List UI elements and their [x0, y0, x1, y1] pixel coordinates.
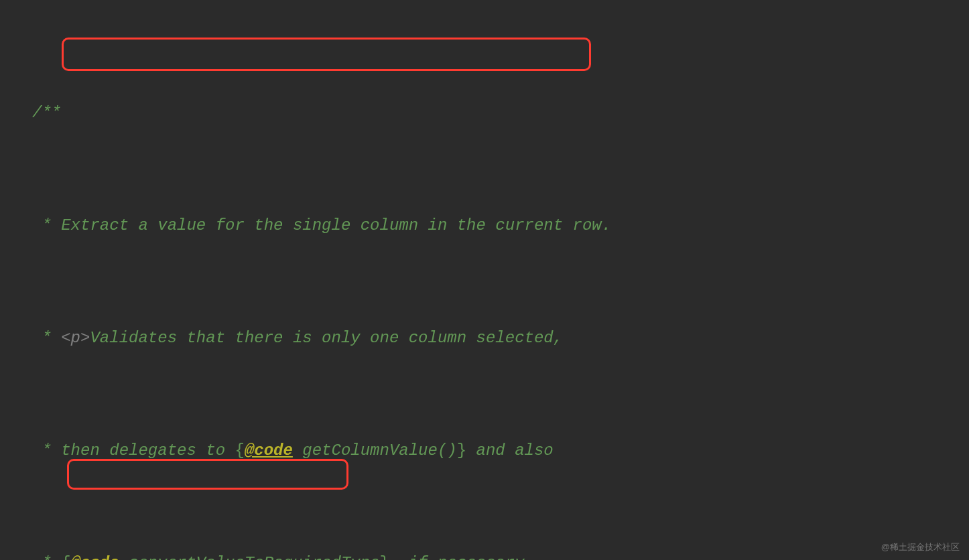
- javadoc-line: * <p>Validates that there is only one co…: [32, 324, 969, 352]
- javadoc-open: /**: [32, 99, 969, 127]
- code-editor[interactable]: /** * Extract a value for the single col…: [0, 0, 969, 560]
- highlight-box-1: [62, 38, 591, 71]
- javadoc-line: * then delegates to {@code getColumnValu…: [32, 437, 969, 465]
- javadoc-line: * {@code convertValueToRequiredType}, if…: [32, 549, 969, 560]
- watermark: @稀土掘金技术社区: [881, 541, 960, 553]
- javadoc-line: * Extract a value for the single column …: [32, 212, 969, 240]
